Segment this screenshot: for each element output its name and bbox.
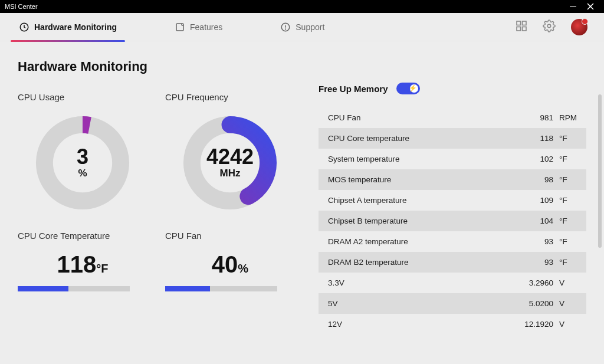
grid-icon (516, 20, 527, 32)
gauge-value: 3 (77, 146, 88, 168)
svg-rect-8 (517, 21, 521, 25)
table-row: 5V 5.0200 V (319, 293, 586, 314)
free-up-memory-label: Free Up Memory (319, 84, 388, 94)
sensor-name: CPU Fan (328, 113, 518, 122)
sensor-name: 3.3V (328, 278, 518, 287)
table-row: Chipset B temperature 104 °F (319, 211, 586, 231)
sensor-value: 104 (518, 217, 553, 225)
sensor-value: 93 (518, 237, 553, 246)
sensor-unit: V (553, 320, 577, 329)
scrollbar[interactable] (598, 94, 602, 248)
gauge-cpu-usage: CPU Usage 3 % (18, 92, 147, 213)
tab-features[interactable]: Features (166, 13, 231, 41)
svg-rect-11 (523, 27, 527, 31)
sensor-unit: °F (553, 155, 577, 163)
gauge-value: 118 (57, 251, 97, 277)
minimize-icon (570, 4, 576, 10)
monitor-icon (19, 22, 29, 32)
progress-bar (18, 286, 130, 291)
page-title: Hardware Monitoring (18, 59, 295, 74)
tab-label: Hardware Monitoring (34, 22, 117, 32)
settings-button[interactable] (543, 19, 556, 35)
sensor-unit: °F (553, 196, 577, 205)
bolt-icon: ⚡ (409, 84, 417, 92)
progress-bar (165, 286, 277, 291)
svg-rect-9 (523, 21, 527, 25)
sensor-value: 3.2960 (518, 278, 553, 287)
table-row: CPU Core temperature 118 °F (319, 128, 586, 149)
sensor-name: MOS temperature (328, 175, 518, 184)
gauge-unit: % (238, 262, 248, 275)
sensor-name: 5V (328, 299, 518, 308)
close-button[interactable] (582, 0, 599, 13)
gauge-unit: MHz (220, 168, 241, 179)
sensor-unit: °F (553, 237, 577, 246)
table-row: Chipset A temperature 109 °F (319, 190, 586, 211)
sensor-name: DRAM A2 temperature (328, 237, 518, 246)
sensor-value: 5.0200 (518, 299, 553, 308)
minimize-button[interactable] (564, 0, 582, 13)
tab-support[interactable]: Support (272, 13, 333, 41)
sensor-value: 981 (518, 113, 553, 122)
sensor-unit: °F (553, 217, 577, 225)
table-row: System temperature 102 °F (319, 149, 586, 169)
gauge-unit: °F (96, 262, 108, 275)
gauge-value: 4242 (206, 146, 254, 168)
donut-cpu-frequency: 4242 MHz (180, 113, 280, 213)
table-row: MOS temperature 98 °F (319, 169, 586, 190)
donut-cpu-usage: 3 % (32, 113, 133, 213)
window-title: MSI Center (5, 3, 38, 10)
sensor-unit: V (553, 299, 577, 308)
avatar[interactable] (571, 19, 587, 35)
gauge-label: CPU Core Temperature (18, 231, 147, 241)
gauge-value: 40 (212, 251, 238, 277)
tab-hardware-monitoring[interactable]: Hardware Monitoring (11, 13, 125, 41)
sensor-value: 98 (518, 175, 553, 184)
sensor-value: 93 (518, 258, 553, 267)
window-titlebar: MSI Center (0, 0, 604, 13)
gauge-cpu-frequency: CPU Frequency 4242 (165, 92, 295, 213)
close-icon (587, 3, 594, 10)
sensor-name: DRAM B2 temperature (328, 258, 518, 267)
table-row: DRAM B2 temperature 93 °F (319, 252, 586, 273)
sensor-name: CPU Core temperature (328, 134, 518, 143)
sensor-name: 12V (328, 320, 518, 329)
support-icon (280, 22, 291, 32)
sensor-name: Chipset A temperature (328, 196, 518, 205)
sensor-name: System temperature (328, 155, 518, 163)
gauge-label: CPU Frequency (165, 92, 295, 102)
gauge-cpu-fan: CPU Fan 40% (165, 231, 295, 291)
sensor-value: 109 (518, 196, 553, 205)
tab-label: Support (296, 22, 324, 32)
sensor-unit: °F (553, 258, 577, 267)
table-row: CPU Fan 981 RPM (319, 107, 586, 128)
gear-icon (543, 19, 556, 32)
apps-button[interactable] (516, 20, 527, 34)
sensor-table: CPU Fan 981 RPMCPU Core temperature 118 … (319, 107, 586, 364)
gauge-unit: % (78, 168, 87, 179)
gauge-label: CPU Usage (18, 92, 147, 102)
sensor-value: 118 (518, 134, 553, 143)
sensor-unit: °F (553, 134, 577, 143)
svg-rect-10 (517, 27, 521, 31)
top-nav: Hardware MonitoringFeaturesSupport (0, 13, 604, 41)
sensor-unit: V (553, 278, 577, 287)
tab-label: Features (190, 22, 222, 32)
svg-point-12 (547, 24, 551, 28)
gauge-cpu-core-temp: CPU Core Temperature 118°F (18, 231, 147, 291)
gauge-label: CPU Fan (165, 231, 295, 241)
sensor-unit: RPM (553, 113, 577, 122)
free-up-memory-toggle[interactable]: ⚡ (396, 83, 420, 94)
table-row: 12V 12.1920 V (319, 314, 586, 335)
sensor-unit: °F (553, 175, 577, 184)
svg-point-7 (285, 29, 286, 29)
sensor-name: Chipset B temperature (328, 217, 518, 225)
svg-rect-4 (176, 24, 183, 31)
table-row: 3.3V 3.2960 V (319, 273, 586, 293)
sensor-value: 12.1920 (518, 320, 553, 329)
features-icon (175, 22, 185, 32)
table-row: DRAM A2 temperature 93 °F (319, 231, 586, 252)
sensor-value: 102 (518, 155, 553, 163)
